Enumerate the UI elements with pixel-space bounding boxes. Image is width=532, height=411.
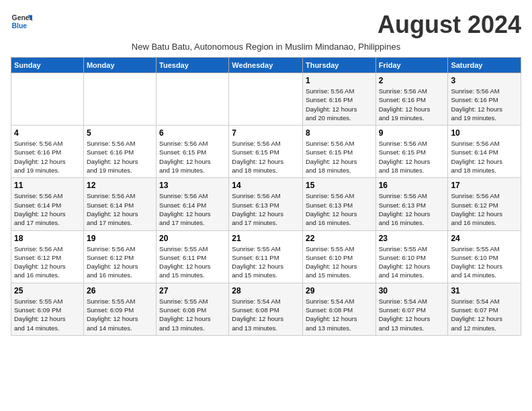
calendar-cell: 27Sunrise: 5:55 AM Sunset: 6:08 PM Dayli… <box>157 283 229 335</box>
day-info: Sunrise: 5:54 AM Sunset: 6:08 PM Dayligh… <box>306 297 373 332</box>
month-title: August 2024 <box>378 11 521 39</box>
day-number: 13 <box>159 181 226 190</box>
day-info: Sunrise: 5:56 AM Sunset: 6:16 PM Dayligh… <box>14 139 81 175</box>
day-number: 23 <box>379 234 445 243</box>
day-info: Sunrise: 5:55 AM Sunset: 6:08 PM Dayligh… <box>159 297 226 332</box>
day-info: Sunrise: 5:56 AM Sunset: 6:16 PM Dayligh… <box>87 139 153 175</box>
calendar-cell: 3Sunrise: 5:56 AM Sunset: 6:16 PM Daylig… <box>448 73 521 126</box>
day-number: 11 <box>14 181 81 190</box>
col-header-saturday: Saturday <box>448 58 521 73</box>
calendar-cell: 24Sunrise: 5:55 AM Sunset: 6:10 PM Dayli… <box>448 230 521 283</box>
day-info: Sunrise: 5:54 AM Sunset: 6:07 PM Dayligh… <box>451 297 518 332</box>
col-header-monday: Monday <box>83 58 156 73</box>
calendar-cell: 9Sunrise: 5:56 AM Sunset: 6:15 PM Daylig… <box>375 126 448 178</box>
col-header-wednesday: Wednesday <box>229 58 303 73</box>
day-number: 18 <box>14 234 81 243</box>
calendar-cell <box>157 73 229 126</box>
day-number: 12 <box>87 181 153 190</box>
day-info: Sunrise: 5:55 AM Sunset: 6:09 PM Dayligh… <box>87 297 153 332</box>
day-number: 27 <box>159 286 226 295</box>
calendar-cell: 7Sunrise: 5:56 AM Sunset: 6:15 PM Daylig… <box>229 126 303 178</box>
calendar-cell: 10Sunrise: 5:56 AM Sunset: 6:14 PM Dayli… <box>448 126 521 178</box>
day-info: Sunrise: 5:56 AM Sunset: 6:16 PM Dayligh… <box>379 87 445 122</box>
week-row-1: 1Sunrise: 5:56 AM Sunset: 6:16 PM Daylig… <box>11 73 521 126</box>
day-info: Sunrise: 5:56 AM Sunset: 6:15 PM Dayligh… <box>159 139 226 175</box>
day-number: 28 <box>232 286 300 295</box>
day-number: 4 <box>14 128 81 138</box>
col-header-tuesday: Tuesday <box>157 58 229 73</box>
calendar-cell: 4Sunrise: 5:56 AM Sunset: 6:16 PM Daylig… <box>11 126 84 178</box>
calendar-cell: 29Sunrise: 5:54 AM Sunset: 6:08 PM Dayli… <box>302 283 375 335</box>
col-header-friday: Friday <box>375 58 448 73</box>
calendar-cell: 2Sunrise: 5:56 AM Sunset: 6:16 PM Daylig… <box>375 73 448 126</box>
day-number: 19 <box>87 234 153 243</box>
calendar-cell: 15Sunrise: 5:56 AM Sunset: 6:13 PM Dayli… <box>302 178 375 230</box>
day-info: Sunrise: 5:55 AM Sunset: 6:09 PM Dayligh… <box>14 297 81 332</box>
day-info: Sunrise: 5:56 AM Sunset: 6:16 PM Dayligh… <box>451 87 518 122</box>
week-row-2: 4Sunrise: 5:56 AM Sunset: 6:16 PM Daylig… <box>11 126 521 178</box>
day-info: Sunrise: 5:56 AM Sunset: 6:15 PM Dayligh… <box>379 139 445 175</box>
week-row-3: 11Sunrise: 5:56 AM Sunset: 6:14 PM Dayli… <box>11 178 521 230</box>
day-number: 3 <box>451 76 518 85</box>
calendar-cell: 12Sunrise: 5:56 AM Sunset: 6:14 PM Dayli… <box>83 178 156 230</box>
day-number: 22 <box>306 234 373 243</box>
day-info: Sunrise: 5:56 AM Sunset: 6:14 PM Dayligh… <box>14 191 81 227</box>
calendar-subtitle: New Batu Batu, Autonomous Region in Musl… <box>11 42 521 52</box>
day-number: 1 <box>306 76 373 85</box>
col-header-thursday: Thursday <box>302 58 375 73</box>
day-number: 30 <box>379 286 445 295</box>
calendar-cell: 5Sunrise: 5:56 AM Sunset: 6:16 PM Daylig… <box>83 126 156 178</box>
calendar-cell: 31Sunrise: 5:54 AM Sunset: 6:07 PM Dayli… <box>448 283 521 335</box>
day-number: 29 <box>306 286 373 295</box>
calendar-cell: 21Sunrise: 5:55 AM Sunset: 6:11 PM Dayli… <box>229 230 303 283</box>
week-row-5: 25Sunrise: 5:55 AM Sunset: 6:09 PM Dayli… <box>11 283 521 335</box>
day-info: Sunrise: 5:55 AM Sunset: 6:11 PM Dayligh… <box>232 244 300 280</box>
day-number: 6 <box>159 128 226 138</box>
day-number: 17 <box>451 181 518 190</box>
day-number: 15 <box>306 181 373 190</box>
col-header-sunday: Sunday <box>11 58 84 73</box>
day-info: Sunrise: 5:56 AM Sunset: 6:12 PM Dayligh… <box>87 244 153 280</box>
day-info: Sunrise: 5:56 AM Sunset: 6:15 PM Dayligh… <box>232 139 300 175</box>
day-number: 5 <box>87 128 153 138</box>
calendar-cell: 13Sunrise: 5:56 AM Sunset: 6:14 PM Dayli… <box>157 178 229 230</box>
day-number: 7 <box>232 128 300 138</box>
calendar-cell <box>83 73 156 126</box>
calendar-cell <box>11 73 84 126</box>
calendar-cell: 6Sunrise: 5:56 AM Sunset: 6:15 PM Daylig… <box>157 126 229 178</box>
day-number: 9 <box>379 128 445 138</box>
calendar-cell: 18Sunrise: 5:56 AM Sunset: 6:12 PM Dayli… <box>11 230 84 283</box>
calendar-cell: 25Sunrise: 5:55 AM Sunset: 6:09 PM Dayli… <box>11 283 84 335</box>
day-info: Sunrise: 5:56 AM Sunset: 6:13 PM Dayligh… <box>306 191 373 227</box>
day-info: Sunrise: 5:55 AM Sunset: 6:11 PM Dayligh… <box>159 244 226 280</box>
calendar-cell: 26Sunrise: 5:55 AM Sunset: 6:09 PM Dayli… <box>83 283 156 335</box>
day-number: 8 <box>306 128 373 138</box>
day-info: Sunrise: 5:56 AM Sunset: 6:14 PM Dayligh… <box>451 139 518 175</box>
calendar-cell: 30Sunrise: 5:54 AM Sunset: 6:07 PM Dayli… <box>375 283 448 335</box>
day-number: 25 <box>14 286 81 295</box>
day-number: 14 <box>232 181 300 190</box>
calendar-cell: 17Sunrise: 5:56 AM Sunset: 6:12 PM Dayli… <box>448 178 521 230</box>
day-number: 20 <box>159 234 226 243</box>
day-number: 31 <box>451 286 518 295</box>
calendar-cell <box>229 73 303 126</box>
day-info: Sunrise: 5:56 AM Sunset: 6:12 PM Dayligh… <box>451 191 518 227</box>
header: General Blue August 2024 <box>11 11 521 39</box>
calendar-cell: 19Sunrise: 5:56 AM Sunset: 6:12 PM Dayli… <box>83 230 156 283</box>
logo-icon: General Blue <box>11 11 32 32</box>
day-info: Sunrise: 5:56 AM Sunset: 6:16 PM Dayligh… <box>306 87 373 122</box>
calendar-cell: 1Sunrise: 5:56 AM Sunset: 6:16 PM Daylig… <box>302 73 375 126</box>
day-info: Sunrise: 5:55 AM Sunset: 6:10 PM Dayligh… <box>379 244 445 280</box>
calendar-cell: 14Sunrise: 5:56 AM Sunset: 6:13 PM Dayli… <box>229 178 303 230</box>
day-info: Sunrise: 5:56 AM Sunset: 6:13 PM Dayligh… <box>232 191 300 227</box>
day-info: Sunrise: 5:55 AM Sunset: 6:10 PM Dayligh… <box>451 244 518 280</box>
calendar-header: SundayMondayTuesdayWednesdayThursdayFrid… <box>11 58 521 73</box>
calendar-cell: 16Sunrise: 5:56 AM Sunset: 6:13 PM Dayli… <box>375 178 448 230</box>
day-number: 16 <box>379 181 445 190</box>
calendar-cell: 20Sunrise: 5:55 AM Sunset: 6:11 PM Dayli… <box>157 230 229 283</box>
calendar-table: SundayMondayTuesdayWednesdayThursdayFrid… <box>11 57 521 336</box>
calendar-cell: 28Sunrise: 5:54 AM Sunset: 6:08 PM Dayli… <box>229 283 303 335</box>
day-info: Sunrise: 5:56 AM Sunset: 6:14 PM Dayligh… <box>159 191 226 227</box>
day-info: Sunrise: 5:54 AM Sunset: 6:07 PM Dayligh… <box>379 297 445 332</box>
week-row-4: 18Sunrise: 5:56 AM Sunset: 6:12 PM Dayli… <box>11 230 521 283</box>
